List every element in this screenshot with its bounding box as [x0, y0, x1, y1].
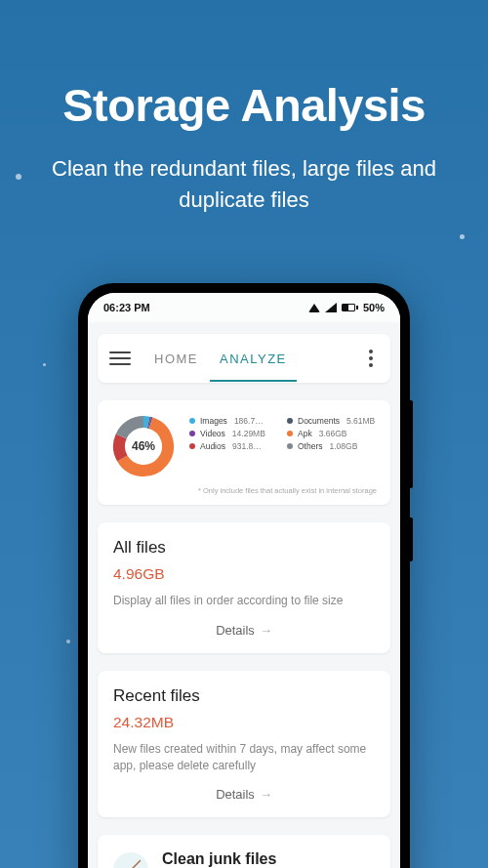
legend-label: Apk	[298, 429, 312, 438]
legend-item: Others1.08GB	[287, 441, 377, 451]
broom-icon: 🧹	[113, 852, 148, 868]
legend-item: Images186.7…	[189, 416, 279, 426]
legend-dot	[287, 431, 293, 436]
status-indicators: 50%	[308, 302, 385, 313]
details-button[interactable]: Details →	[113, 623, 375, 638]
arrow-right-icon: →	[260, 787, 272, 802]
phone-screen: 06:23 PM 50% HOME ANALYZE	[88, 293, 400, 868]
card-title: Recent files	[113, 686, 375, 706]
signal-icon	[325, 303, 337, 312]
legend-value: 931.8…	[232, 441, 262, 451]
card-description: New files created within 7 days, may aff…	[113, 741, 375, 774]
phone-side-button	[410, 400, 413, 488]
phone-frame: 06:23 PM 50% HOME ANALYZE	[78, 283, 410, 868]
legend-value: 3.66GB	[319, 429, 347, 438]
legend-value: 14.29MB	[232, 429, 265, 438]
card-description: Display all files in order according to …	[113, 593, 375, 609]
card-title: Clean junk files	[162, 850, 375, 868]
legend-label: Documents	[298, 416, 340, 426]
phone-side-button	[410, 517, 413, 561]
wifi-icon	[308, 304, 320, 312]
clean-junk-card: 🧹 Clean junk files Scan to junk files, c…	[98, 835, 390, 868]
legend-dot	[189, 443, 195, 449]
decorative-dot	[66, 640, 70, 643]
more-icon[interactable]	[363, 344, 379, 373]
card-value: 4.96GB	[113, 565, 375, 583]
card-value: 24.32MB	[113, 714, 375, 731]
legend-item: Audios931.8…	[189, 441, 279, 451]
donut-chart: 46%	[111, 414, 176, 478]
card-title: All files	[113, 538, 375, 558]
donut-center-label: 46%	[111, 414, 176, 478]
tab-home[interactable]: HOME	[144, 336, 208, 382]
status-bar: 06:23 PM 50%	[88, 293, 400, 322]
legend-label: Audios	[200, 441, 225, 451]
storage-chart-card: 46% Images186.7…Documents5.61MBVideos14.…	[98, 400, 390, 505]
legend-label: Images	[200, 416, 227, 426]
tabs: HOME ANALYZE	[144, 336, 297, 382]
legend-label: Others	[298, 441, 323, 451]
legend-item: Videos14.29MB	[189, 429, 279, 438]
recent-files-card: Recent files 24.32MB New files created w…	[98, 671, 390, 818]
details-label: Details	[216, 787, 255, 802]
legend-item: Documents5.61MB	[287, 416, 377, 426]
chart-legend: Images186.7…Documents5.61MBVideos14.29MB…	[189, 414, 377, 451]
decorative-dot	[43, 363, 46, 366]
battery-percent: 50%	[363, 302, 385, 313]
menu-icon[interactable]	[109, 351, 131, 365]
details-label: Details	[216, 623, 255, 638]
legend-value: 5.61MB	[346, 416, 375, 426]
legend-dot	[189, 431, 195, 436]
hero-title: Storage Analysis	[0, 78, 488, 132]
arrow-right-icon: →	[260, 623, 272, 638]
details-button[interactable]: Details →	[113, 787, 375, 802]
decorative-dot	[460, 234, 465, 239]
tab-analyze[interactable]: ANALYZE	[210, 336, 297, 382]
legend-dot	[189, 418, 195, 424]
legend-item: Apk3.66GB	[287, 429, 377, 438]
legend-dot	[287, 418, 293, 424]
legend-value: 1.08GB	[330, 441, 358, 451]
tab-bar: HOME ANALYZE	[98, 334, 390, 383]
decorative-dot	[16, 174, 21, 180]
battery-icon	[342, 304, 358, 311]
all-files-card: All files 4.96GB Display all files in or…	[98, 522, 390, 653]
legend-value: 186.7…	[234, 416, 264, 426]
legend-label: Videos	[200, 429, 225, 438]
status-time: 06:23 PM	[103, 302, 150, 313]
hero-subtitle: Clean the redundant files, large files a…	[0, 153, 488, 216]
chart-footnote: * Only include files that actually exist…	[111, 486, 377, 495]
legend-dot	[287, 443, 293, 449]
cards-container: 46% Images186.7…Documents5.61MBVideos14.…	[88, 383, 400, 868]
